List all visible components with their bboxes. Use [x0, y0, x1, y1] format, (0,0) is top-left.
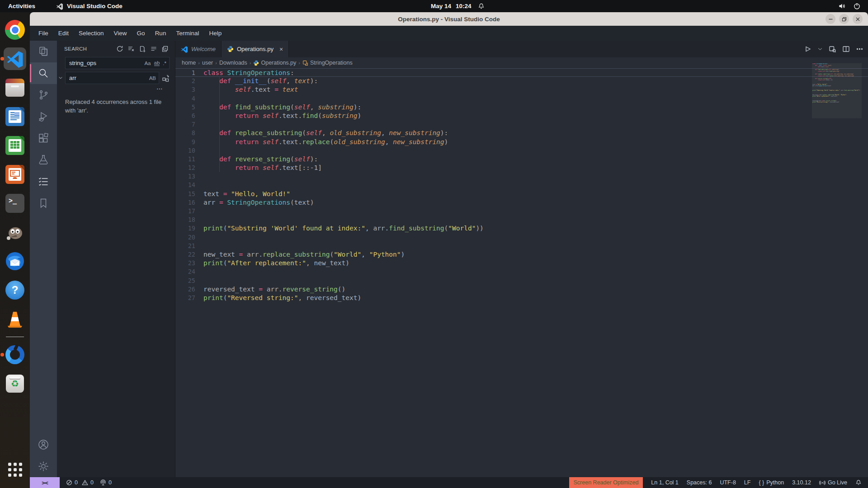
regex-toggle[interactable]: .*	[163, 61, 166, 66]
collapse-all-icon[interactable]	[161, 45, 169, 52]
dock-item-blue-ring-app[interactable]	[4, 343, 26, 366]
dock-item-files[interactable]	[4, 76, 26, 99]
open-changes-icon[interactable]	[829, 45, 836, 53]
go-live-button[interactable]: Go Live	[819, 479, 847, 486]
whole-word-toggle[interactable]: ab	[154, 60, 160, 66]
menu-run[interactable]: Run	[150, 26, 171, 41]
menu-go[interactable]: Go	[132, 26, 150, 41]
code-line[interactable]: 3 self.text = text	[175, 85, 868, 94]
breadcrumb-user[interactable]: user	[202, 60, 213, 66]
screen-reader-chip[interactable]: Screen Reader Optimized	[569, 477, 643, 488]
activitybar-checklist-extension[interactable]	[30, 171, 57, 192]
dock-item-libreoffice-writer[interactable]	[4, 105, 26, 128]
activitybar-settings[interactable]	[30, 455, 57, 477]
activitybar-run-debug[interactable]	[30, 106, 57, 127]
code-line[interactable]: 26reversed_text = arr.reverse_string()	[175, 285, 868, 294]
dock-item-libreoffice-impress[interactable]	[4, 163, 26, 186]
minimap[interactable]: 1class StringOperations:2 def __init__(s…	[812, 63, 862, 316]
dock-item-app-grid[interactable]	[4, 458, 26, 481]
activitybar-search[interactable]	[30, 62, 57, 84]
volume-icon[interactable]	[838, 2, 846, 10]
activitybar-testing[interactable]	[30, 149, 57, 171]
code-line[interactable]: 10	[175, 146, 868, 155]
chevron-down-icon[interactable]	[817, 45, 823, 53]
clear-results-icon[interactable]	[127, 45, 135, 52]
activitybar-bookmarks-extension[interactable]	[30, 192, 57, 214]
code-line[interactable]: 25	[175, 277, 868, 285]
problems-indicator[interactable]: 0 0	[66, 479, 94, 486]
menu-terminal[interactable]: Terminal	[171, 26, 204, 41]
tab-welcome[interactable]: Welcome	[175, 41, 222, 57]
code-line[interactable]: 11 def reverse_string(self):	[175, 155, 868, 164]
ports-indicator[interactable]: 0	[100, 479, 112, 486]
close-button[interactable]	[853, 14, 863, 24]
breadcrumb-symbol-class[interactable]: StringOperations	[302, 60, 353, 66]
code-line[interactable]: 18	[175, 216, 868, 224]
code-line[interactable]: 19print("Substring 'World' found at inde…	[175, 224, 868, 233]
dock-item-terminal[interactable]: >_	[4, 192, 26, 215]
code-line[interactable]: 5 def find_substring(self, substring):	[175, 103, 868, 112]
code-line[interactable]: 12 return self.text[::-1]	[175, 164, 868, 172]
menu-help[interactable]: Help	[204, 26, 226, 41]
code-line[interactable]: 9 return self.text.replace(old_substring…	[175, 138, 868, 146]
menu-view[interactable]: View	[109, 26, 132, 41]
replace-input[interactable]: arr AB	[65, 72, 159, 84]
code-line[interactable]: 1class StringOperations:	[175, 68, 868, 77]
tab-operations-py[interactable]: Operations.py ×	[222, 41, 289, 57]
code-line[interactable]: 7	[175, 120, 868, 129]
clock[interactable]: May 1410:24	[431, 0, 485, 12]
code-line[interactable]: 17	[175, 207, 868, 216]
indentation[interactable]: Spaces: 6	[687, 479, 712, 486]
cursor-position[interactable]: Ln 1, Col 1	[651, 479, 678, 486]
code-line[interactable]: 8 def replace_substring(self, old_substr…	[175, 129, 868, 137]
code-line[interactable]: 23print("After replacement:", new_text)	[175, 259, 868, 267]
code-line[interactable]: 13	[175, 172, 868, 181]
encoding[interactable]: UTF-8	[720, 479, 736, 486]
split-editor-icon[interactable]	[842, 45, 850, 53]
search-input[interactable]: string_ops Aa ab .*	[65, 57, 170, 69]
python-interpreter[interactable]: 3.10.12	[792, 479, 811, 486]
remote-indicator[interactable]: ><	[30, 477, 60, 488]
run-icon[interactable]	[804, 45, 811, 53]
preserve-case-toggle[interactable]: AB	[149, 75, 156, 81]
eol-sequence[interactable]: LF	[744, 479, 751, 486]
refresh-icon[interactable]	[116, 45, 123, 52]
toggle-search-details[interactable]: ⋯	[65, 84, 170, 92]
dock-item-vlc[interactable]	[4, 308, 26, 330]
code-line[interactable]: 4	[175, 94, 868, 103]
dock-item-thunderbird[interactable]	[4, 250, 26, 272]
code-line[interactable]: 6 return self.text.find(substring)	[175, 112, 868, 120]
power-icon[interactable]	[853, 2, 861, 10]
dock-item-libreoffice-calc[interactable]	[4, 134, 26, 157]
language-mode[interactable]: { }Python	[759, 479, 784, 486]
code-line[interactable]: 14	[175, 181, 868, 189]
breadcrumb-file[interactable]: Operations.py	[253, 60, 296, 66]
more-actions-icon[interactable]	[856, 45, 863, 53]
breadcrumb-home[interactable]: home	[182, 60, 196, 66]
activitybar-source-control[interactable]	[30, 84, 57, 106]
dock-item-vscode[interactable]	[4, 47, 26, 70]
activitybar-explorer[interactable]	[30, 41, 57, 62]
code-line[interactable]: 22new_text = arr.replace_substring("Worl…	[175, 250, 868, 259]
dock-item-trash[interactable]: ♻	[4, 372, 26, 395]
activitybar-extensions[interactable]	[30, 127, 57, 149]
dock-item-chrome[interactable]	[4, 19, 26, 41]
restore-button[interactable]	[839, 14, 849, 24]
menu-selection[interactable]: Selection	[74, 26, 109, 41]
toggle-replace-button[interactable]	[57, 73, 64, 82]
code-line[interactable]: 20	[175, 233, 868, 242]
code-line[interactable]: 27print("Reversed string:", reversed_tex…	[812, 102, 862, 103]
code-line[interactable]: 24	[175, 267, 868, 276]
code-line[interactable]: 16arr = StringOperations(text)	[175, 198, 868, 207]
close-tab-icon[interactable]: ×	[279, 46, 283, 53]
breadcrumb-downloads[interactable]: Downloads	[219, 60, 247, 66]
menu-file[interactable]: File	[33, 26, 53, 41]
new-search-editor-icon[interactable]	[139, 45, 146, 52]
menu-edit[interactable]: Edit	[53, 26, 74, 41]
match-case-toggle[interactable]: Aa	[144, 61, 151, 66]
activities-button[interactable]: Activities	[8, 3, 35, 9]
view-as-list-icon[interactable]	[150, 45, 157, 52]
dock-item-gimp[interactable]	[4, 221, 26, 244]
code-line[interactable]: 21	[175, 242, 868, 250]
code-line[interactable]: 15text = "Hello, World!"	[175, 190, 868, 198]
